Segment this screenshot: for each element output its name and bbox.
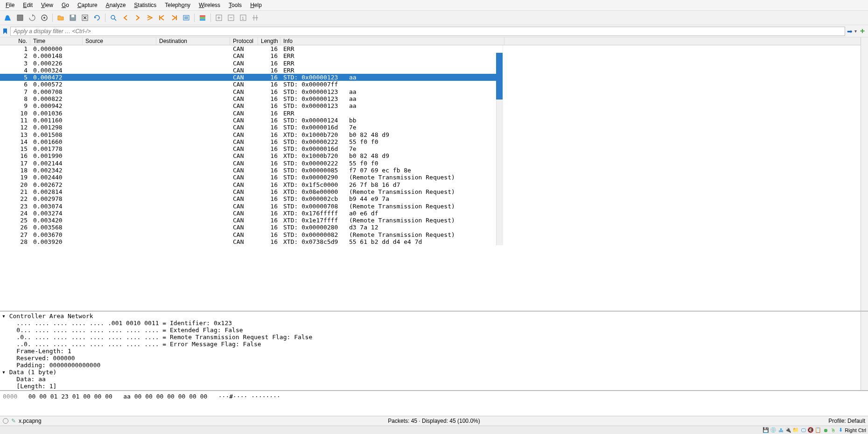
bookmark-icon[interactable] [2,28,8,35]
menu-go[interactable]: Go [58,1,73,9]
details-line[interactable]: [Length: 1] [1,383,867,390]
packet-row[interactable]: 170.002144CAN16STD: 0x00000222 55 f0 f0 [0,160,503,167]
packet-bytes-pane[interactable]: 0000 00 00 01 23 01 00 00 00 aa 00 00 00… [0,391,868,416]
colorize-icon[interactable] [197,13,208,23]
go-first-icon[interactable] [157,13,167,23]
packet-row[interactable]: 40.000324CAN16ERR [0,67,503,74]
details-scrollbar[interactable] [861,312,868,390]
filter-history-dropdown[interactable]: ▾ [854,28,857,34]
expert-info-icon[interactable] [3,418,8,424]
packet-row[interactable]: 180.002342CAN16STD: 0x00000085 f7 07 69 … [0,167,503,174]
add-filter-button-icon[interactable]: ＋ [859,26,866,36]
details-line[interactable]: .0.. .... .... .... .... .... .... .... … [1,334,867,341]
apply-filter-icon[interactable]: ➡ [847,28,853,35]
stop-capture-icon[interactable] [15,13,25,23]
details-line[interactable]: 0... .... .... .... .... .... .... .... … [1,327,867,334]
packet-row[interactable]: 80.000822CAN16STD: 0x00000123 aa [0,95,503,102]
packet-row[interactable]: 190.002440CAN16STD: 0x00000290 (Remote T… [0,174,503,181]
packet-count-label: Packets: 45 · Displayed: 45 (100.0%) [290,418,578,424]
details-line[interactable]: Reserved: 000000 [1,355,867,362]
shark-fin-icon[interactable] [3,13,13,23]
menu-file[interactable]: File [2,1,18,9]
packet-row[interactable]: 150.001778CAN16STD: 0x0000016d 7e [0,145,503,152]
packet-row[interactable]: 160.001990CAN16XTD: 0x1000b720 b0 82 48 … [0,152,503,159]
resize-columns-icon[interactable] [250,13,260,23]
menu-edit[interactable]: Edit [19,1,36,9]
capture-options-icon[interactable] [39,13,49,23]
packet-row[interactable]: 120.001298CAN16STD: 0x0000016d 7e [0,124,503,131]
packet-list-nav-indicator[interactable] [496,53,503,100]
close-file-icon[interactable] [80,13,90,23]
hex-bytes: 00 00 01 23 01 00 00 00 aa 00 00 00 00 0… [28,393,208,400]
column-header-time[interactable]: Time [30,37,83,45]
packet-row[interactable]: 250.003420CAN16XTD: 0x1e17ffff (Remote T… [0,217,503,224]
menu-telephony[interactable]: Telephony [161,1,194,9]
svg-rect-4 [71,15,74,17]
open-file-icon[interactable] [56,13,66,23]
menu-wireless[interactable]: Wireless [195,1,224,9]
packet-row[interactable]: 270.003670CAN16STD: 0x00000082 (Remote T… [0,231,503,238]
packet-row[interactable]: 200.002672CAN16XTD: 0x1f5c0000 26 7f b8 … [0,181,503,188]
vm-usb-icon: 🔌 [785,427,791,434]
zoom-reset-icon[interactable]: 1 [238,13,248,23]
packet-row[interactable]: 110.001160CAN16STD: 0x00000124 bb [0,117,503,124]
go-back-icon[interactable] [120,13,131,23]
svg-line-9 [114,19,116,21]
details-line[interactable]: Padding: 00000000000000 [1,362,867,369]
packet-row[interactable]: 240.003274CAN16XTD: 0x176fffff a0 e6 df [0,210,503,217]
packet-row[interactable]: 70.000708CAN16STD: 0x00000123 aa [0,88,503,95]
details-line[interactable]: Data: aa [1,376,867,383]
profile-label[interactable]: Profile: Default [578,418,865,424]
edit-capture-comment-icon[interactable]: ✎ [11,418,16,424]
details-line[interactable]: ▾ Controller Area Network [1,313,867,320]
capture-file-label: x.pcapng [19,418,42,424]
display-filter-input[interactable] [10,27,845,36]
packet-row[interactable]: 210.002814CAN16XTD: 0x08e00000 (Remote T… [0,188,503,195]
go-last-icon[interactable] [169,13,179,23]
column-header-destination[interactable]: Destination [156,37,230,45]
column-header-no[interactable]: No. [0,37,30,45]
find-icon[interactable] [108,13,119,23]
packet-row[interactable]: 140.001660CAN16STD: 0x00000222 55 f0 f0 [0,138,503,145]
column-header-length[interactable]: Length [258,37,280,45]
packet-row[interactable]: 10.000000CAN16ERR [0,45,503,52]
menu-view[interactable]: View [37,1,57,9]
column-header-info[interactable]: Info [280,37,504,45]
menu-tools[interactable]: Tools [225,1,245,9]
column-header-source[interactable]: Source [83,37,156,45]
packet-row[interactable]: 50.000472CAN16STD: 0x00000123 aa [0,74,503,81]
menu-help[interactable]: Help [246,1,266,9]
svg-rect-18 [200,19,205,21]
packet-row[interactable]: 130.001508CAN16XTD: 0x1000b720 b0 82 48 … [0,131,503,138]
vm-optical-icon: 💿 [770,427,777,434]
packet-row[interactable]: 100.001036CAN16ERR [0,110,503,117]
packet-row[interactable]: 260.003568CAN16STD: 0x00000280 d3 7a 12 [0,224,503,231]
menu-capture[interactable]: Capture [74,1,101,9]
packet-row[interactable]: 30.000226CAN16ERR [0,60,503,67]
restart-capture-icon[interactable] [27,13,37,23]
details-line[interactable]: ▾ Data (1 byte) [1,369,867,376]
zoom-out-icon[interactable] [226,13,236,23]
packet-details-pane[interactable]: ▾ Controller Area Network .... .... ....… [0,312,868,391]
hex-offset: 0000 [3,393,17,400]
go-forward-icon[interactable] [133,13,143,23]
menu-analyze[interactable]: Analyze [102,1,130,9]
packet-row[interactable]: 280.003920CAN16XTD: 0x0738c5d9 55 61 b2 … [0,238,503,245]
save-file-icon[interactable] [68,13,78,23]
packet-row[interactable]: 60.000572CAN16STD: 0x000007ff [0,81,503,88]
reload-icon[interactable] [92,13,102,23]
packet-list-scrollbar[interactable] [861,37,868,311]
zoom-in-icon[interactable] [214,13,224,23]
packet-row[interactable]: 20.000148CAN16ERR [0,52,503,59]
details-line[interactable]: ..0. .... .... .... .... .... .... .... … [1,341,867,348]
svg-text:1: 1 [242,16,244,21]
packet-row[interactable]: 230.003074CAN16STD: 0x00000708 (Remote T… [0,203,503,210]
details-line[interactable]: Frame-Length: 1 [1,348,867,355]
menu-statistics[interactable]: Statistics [130,1,160,9]
packet-row[interactable]: 90.000942CAN16STD: 0x00000123 aa [0,102,503,109]
details-line[interactable]: .... .... .... .... .... .001 0010 0011 … [1,320,867,327]
auto-scroll-icon[interactable] [181,13,191,23]
column-header-protocol[interactable]: Protocol [230,37,258,45]
packet-row[interactable]: 220.002978CAN16STD: 0x000002cb b9 44 e9 … [0,195,503,202]
go-to-packet-icon[interactable] [145,13,155,23]
